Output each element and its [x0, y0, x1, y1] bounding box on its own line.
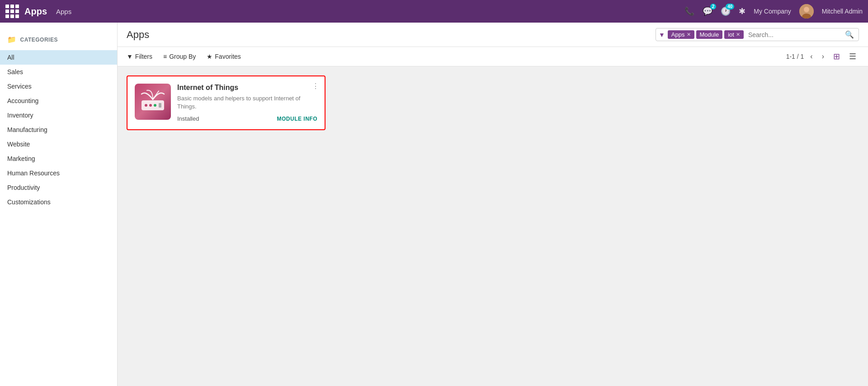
- grid-view-button[interactable]: ⊞: [830, 51, 843, 62]
- user-avatar[interactable]: [799, 4, 814, 19]
- navbar-right: 📞 💬 2 🕐 40 ✱ My Company Mitchell Admin: [684, 4, 863, 19]
- search-tag-iot[interactable]: iot ✕: [724, 30, 744, 39]
- pagination-area: 1-1 / 1 ‹ › ⊞ ☰: [786, 51, 859, 62]
- sidebar-item-all[interactable]: All: [0, 50, 117, 65]
- sidebar-item-inventory[interactable]: Inventory: [0, 108, 117, 122]
- asterisk-icon[interactable]: ✱: [739, 6, 745, 16]
- filters-button[interactable]: ▼ Filters: [127, 53, 152, 60]
- navbar: Apps Apps 📞 💬 2 🕐 40 ✱ My Company Mitche…: [0, 0, 868, 23]
- favorites-button[interactable]: ★ Favorites: [207, 53, 241, 60]
- list-view-button[interactable]: ☰: [846, 51, 859, 62]
- app-card-iot[interactable]: Internet of Things Basic models and help…: [127, 75, 326, 130]
- app-installed-status: Installed: [177, 115, 199, 122]
- favorites-icon: ★: [207, 53, 212, 60]
- search-input[interactable]: [746, 29, 840, 40]
- search-button[interactable]: 🔍: [840, 28, 859, 41]
- next-page-button[interactable]: ›: [819, 52, 827, 61]
- group-by-icon: ≡: [163, 53, 167, 60]
- prev-page-button[interactable]: ‹: [807, 52, 815, 61]
- app-status-row: Installed MODULE INFO: [177, 115, 317, 122]
- grid-menu-icon[interactable]: [5, 5, 19, 18]
- sidebar-item-services[interactable]: Services: [0, 79, 117, 94]
- search-tag-apps[interactable]: Apps ✕: [668, 30, 694, 39]
- sidebar-item-productivity[interactable]: Productivity: [0, 180, 117, 195]
- user-name[interactable]: Mitchell Admin: [822, 8, 863, 15]
- iot-app-icon: [137, 86, 169, 118]
- main-layout: 📁 CATEGORIES All Sales Services Accounti…: [0, 23, 868, 386]
- group-by-button[interactable]: ≡ Group By: [163, 53, 196, 60]
- app-more-options-button[interactable]: ⋮: [312, 82, 319, 90]
- app-desc: Basic models and helpers to support Inte…: [177, 94, 317, 111]
- remove-apps-tag[interactable]: ✕: [687, 32, 691, 38]
- search-tag-module[interactable]: Module: [696, 30, 723, 39]
- search-bar: ▼ Apps ✕ Module iot ✕ 🔍: [656, 28, 859, 41]
- chat-badge: 2: [710, 4, 717, 9]
- sidebar-item-marketing[interactable]: Marketing: [0, 151, 117, 166]
- module-info-button[interactable]: MODULE INFO: [277, 116, 318, 122]
- filter-icon: ▼: [659, 31, 665, 38]
- sidebar-item-accounting[interactable]: Accounting: [0, 94, 117, 108]
- sidebar: 📁 CATEGORIES All Sales Services Accounti…: [0, 23, 118, 386]
- sidebar-item-customizations[interactable]: Customizations: [0, 195, 117, 209]
- app-info: Internet of Things Basic models and help…: [177, 84, 317, 122]
- filter-row: ▼ Filters ≡ Group By ★ Favorites 1-1 / 1…: [118, 47, 868, 66]
- page-title: Apps: [127, 29, 149, 41]
- folder-icon: 📁: [7, 35, 17, 44]
- clock-badge: 40: [726, 4, 734, 9]
- sidebar-item-human-resources[interactable]: Human Resources: [0, 166, 117, 180]
- app-icon-wrap: [135, 84, 171, 120]
- chat-icon[interactable]: 💬 2: [703, 6, 712, 16]
- content-header: Apps ▼ Apps ✕ Module iot ✕: [118, 23, 868, 47]
- sidebar-item-manufacturing[interactable]: Manufacturing: [0, 122, 117, 137]
- svg-point-6: [154, 104, 156, 107]
- sidebar-item-website[interactable]: Website: [0, 137, 117, 151]
- clock-icon[interactable]: 🕐 40: [721, 6, 731, 16]
- sidebar-item-sales[interactable]: Sales: [0, 65, 117, 79]
- remove-iot-tag[interactable]: ✕: [736, 32, 740, 38]
- svg-point-5: [149, 104, 152, 107]
- navbar-breadcrumb[interactable]: Apps: [56, 8, 71, 15]
- content-area: Apps ▼ Apps ✕ Module iot ✕: [118, 23, 868, 386]
- categories-label: 📁 CATEGORIES: [0, 32, 117, 47]
- company-name[interactable]: My Company: [754, 8, 791, 15]
- apps-grid: Internet of Things Basic models and help…: [118, 66, 868, 386]
- navbar-app-title: Apps: [24, 6, 47, 17]
- pagination-text: 1-1 / 1: [786, 53, 804, 60]
- app-name: Internet of Things: [177, 84, 317, 92]
- search-tags: ▼ Apps ✕ Module iot ✕: [656, 28, 746, 41]
- svg-rect-7: [159, 103, 161, 108]
- filters-icon: ▼: [127, 53, 133, 60]
- svg-point-4: [145, 104, 147, 107]
- phone-icon[interactable]: 📞: [684, 6, 694, 16]
- svg-point-1: [804, 7, 809, 12]
